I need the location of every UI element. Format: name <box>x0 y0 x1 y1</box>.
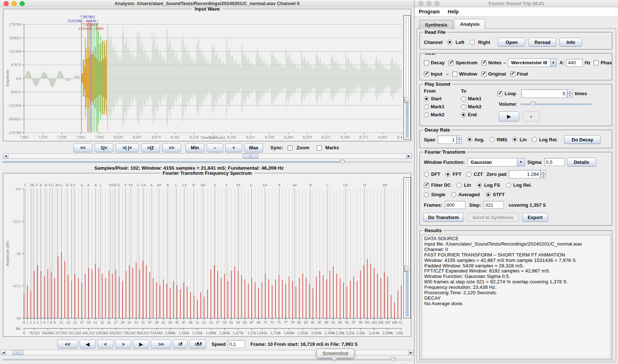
details-button[interactable]: Details <box>567 158 596 166</box>
view-window-checkbox[interactable] <box>452 72 457 77</box>
play-button[interactable]: ▶ <box>499 112 519 121</box>
tuning-dropdown[interactable]: Werckmeister III ▼ <box>508 58 557 67</box>
scale-lin-radio[interactable] <box>457 183 462 188</box>
wave-position-slider[interactable] <box>3 160 412 165</box>
stop-button[interactable]: ■ <box>523 112 539 121</box>
channel-left-radio[interactable] <box>447 40 452 45</box>
wave-rewind-button[interactable]: << <box>73 143 92 152</box>
transport-rewind-button[interactable]: << <box>57 340 78 348</box>
spectrum-amplitude-slider[interactable] <box>404 177 411 318</box>
export-button[interactable]: Export <box>522 213 548 222</box>
scale-logrel-radio[interactable] <box>506 183 511 188</box>
scroll-left-arrow-button[interactable]: ◀ <box>1 350 6 355</box>
view-input-checkbox[interactable] <box>424 72 429 77</box>
a-frequency-input[interactable] <box>566 59 583 67</box>
menu-help[interactable]: Help <box>444 9 463 15</box>
loop-times-input[interactable] <box>521 89 567 98</box>
do-decay-button[interactable]: Do Decay <box>564 135 601 144</box>
minimize-icon[interactable] <box>12 1 17 6</box>
span-spinner[interactable]: ▲▼ <box>438 136 462 144</box>
view-phase-checkbox[interactable] <box>594 60 599 65</box>
to-mark2-radio[interactable] <box>461 104 466 109</box>
spectrum-hscrollbar-thumb[interactable]: ||| <box>12 350 23 355</box>
sigma-input[interactable] <box>544 158 565 166</box>
wave-min-button[interactable]: Min <box>185 143 204 152</box>
do-transform-button[interactable]: Do Transform <box>423 213 464 222</box>
spinner-down-icon[interactable]: ▼ <box>541 174 546 179</box>
stft-radio[interactable] <box>486 192 491 197</box>
minimize-icon[interactable] <box>426 1 432 6</box>
transport-step-back-button[interactable]: < <box>97 340 113 348</box>
wave-zoom-in-button[interactable]: + <box>225 143 242 152</box>
frame-position-slider-thumb[interactable] <box>391 357 396 362</box>
wave-half-window-button[interactable]: >|2 <box>141 143 160 152</box>
volume-slider-thumb[interactable] <box>531 102 535 107</box>
dft-radio[interactable] <box>424 172 429 177</box>
wave-zoom-out-button[interactable]: – <box>206 143 223 152</box>
close-icon[interactable] <box>418 1 424 6</box>
wave-amplitude-slider[interactable] <box>404 15 411 139</box>
from-mark1-radio[interactable] <box>424 104 429 109</box>
decay-avg-radio[interactable] <box>467 137 472 142</box>
volume-slider[interactable] <box>521 102 591 107</box>
wave-window-start-button[interactable]: 1|< <box>95 143 113 152</box>
scale-logfs-radio[interactable] <box>477 183 482 188</box>
averaged-radio[interactable] <box>451 192 456 197</box>
frames-input[interactable] <box>445 201 465 209</box>
scroll-left-arrow-button[interactable]: ◀ <box>3 153 8 159</box>
czt-radio[interactable] <box>466 172 471 177</box>
spectrum-amplitude-slider-thumb[interactable] <box>404 266 411 272</box>
single-radio[interactable] <box>424 192 429 197</box>
channel-right-radio[interactable] <box>470 40 475 45</box>
from-start-radio[interactable] <box>424 96 429 101</box>
zero-pad-spinner[interactable]: ▲▼ <box>509 170 546 178</box>
to-end-radio[interactable] <box>461 112 466 117</box>
replay-once-button[interactable]: ↺ <box>173 340 188 348</box>
wave-forward-button[interactable]: >> <box>162 143 181 152</box>
span-input[interactable] <box>438 136 457 144</box>
view-original-checkbox[interactable] <box>481 72 486 77</box>
sync-zoom-checkbox[interactable] <box>288 145 293 150</box>
speed-input[interactable] <box>228 340 245 348</box>
zero-pad-input[interactable] <box>509 170 541 178</box>
close-icon[interactable] <box>4 1 9 6</box>
window-function-dropdown[interactable]: Gaussian ▼ <box>467 158 525 166</box>
wave-max-button[interactable]: Max <box>244 143 263 152</box>
spinner-up-icon[interactable]: ▲ <box>541 170 546 174</box>
menu-program[interactable]: Program <box>415 9 444 15</box>
scroll-right-arrow-button[interactable]: ▶ <box>406 153 412 159</box>
wave-position-slider-thumb[interactable] <box>340 160 345 165</box>
replay-loop-button[interactable]: ↺↺ <box>189 340 206 348</box>
maximize-icon[interactable] <box>20 1 25 6</box>
wave-fit-window-button[interactable]: >| |< <box>116 143 139 152</box>
scroll-right-arrow-button[interactable]: ▶ <box>408 350 414 355</box>
spinner-down-icon[interactable]: ▼ <box>457 139 462 144</box>
open-button[interactable]: Open <box>498 38 525 46</box>
view-notes-checkbox[interactable] <box>481 60 486 65</box>
reread-button[interactable]: Reread <box>529 38 556 46</box>
spinner-down-icon[interactable]: ▼ <box>567 94 573 98</box>
sync-marks-checkbox[interactable] <box>317 145 322 150</box>
fft-radio[interactable] <box>445 172 450 177</box>
tab-synthesis[interactable]: Synthesis <box>419 20 453 29</box>
to-mark1-radio[interactable] <box>461 96 466 101</box>
step-input[interactable] <box>483 201 504 209</box>
view-decay-checkbox[interactable] <box>424 60 429 65</box>
filter-dc-checkbox[interactable] <box>424 183 429 188</box>
wave-hscrollbar[interactable]: ◀ ||| ▶ <box>3 153 412 159</box>
maximize-icon[interactable] <box>434 1 440 6</box>
spinner-up-icon[interactable]: ▲ <box>567 89 573 94</box>
screenshot-tooltip[interactable]: Screenshot <box>316 349 354 358</box>
wave-amplitude-slider-thumb[interactable] <box>404 97 411 103</box>
transport-step-forward-button[interactable]: > <box>115 340 131 348</box>
decay-rms-radio[interactable] <box>490 137 495 142</box>
decay-lin-radio[interactable] <box>512 137 517 142</box>
send-to-synthesis-button[interactable]: Send to Synthesis <box>467 213 519 222</box>
transport-play-backward-button[interactable]: ◀ <box>80 340 96 348</box>
info-button[interactable]: Info <box>559 38 582 46</box>
loop-checkbox[interactable] <box>497 91 502 96</box>
decay-logrel-radio[interactable] <box>532 137 537 142</box>
from-mark2-radio[interactable] <box>424 112 429 117</box>
wave-hscrollbar-thumb[interactable]: ||| <box>243 154 258 158</box>
transport-fast-forward-button[interactable]: >> <box>151 340 171 348</box>
